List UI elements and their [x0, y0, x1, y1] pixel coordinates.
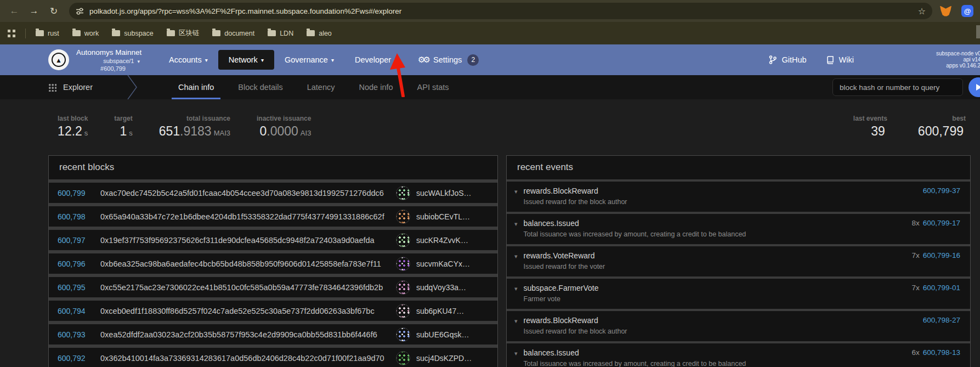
metamask-extension-icon[interactable]	[940, 6, 951, 16]
tab-bar: Explorer Chain info Block details Latenc…	[0, 75, 980, 99]
folder-icon	[268, 30, 276, 36]
address-bar[interactable]: polkadot.js.org/apps/?rpc=wss%3A%2F%2Frp…	[69, 3, 932, 19]
explorer-panels: recent blocks 600,799 0xac70edc7452b5c42…	[48, 155, 971, 367]
event-block-link[interactable]: 600,798-13	[923, 348, 960, 357]
autonomys-logo-mark: ▲	[52, 53, 66, 67]
scrollbar-thumb[interactable]	[976, 25, 980, 38]
bookmark-folder[interactable]: aleo	[307, 29, 332, 38]
nav-accounts[interactable]: Accounts▾	[158, 50, 218, 70]
identicon[interactable]	[396, 257, 410, 271]
block-number-link[interactable]: 600,799	[58, 189, 86, 197]
block-number-link[interactable]: 600,797	[58, 236, 86, 245]
apps-version: apps v0.146.2-1	[936, 63, 980, 69]
stat-value: 39	[853, 124, 887, 139]
tab-chain-info[interactable]: Chain info	[166, 75, 226, 99]
block-author-link[interactable]: sudqVoy33a…	[416, 283, 489, 292]
block-search	[832, 77, 980, 97]
explorer-grid-icon[interactable]	[48, 83, 56, 92]
bookmark-label: aleo	[319, 30, 332, 37]
recent-events-panel: recent events ▾ rewards.BlockReward Issu…	[506, 155, 971, 367]
expand-toggle-icon[interactable]: ▾	[514, 350, 518, 357]
block-search-input[interactable]	[832, 78, 963, 96]
event-description: Issued reward for the block author	[524, 198, 627, 206]
chevron-down-icon: ▾	[205, 57, 208, 63]
forward-icon[interactable]: →	[26, 3, 42, 19]
nav-governance[interactable]: Governance▾	[274, 50, 344, 70]
tab-latency[interactable]: Latency	[295, 75, 347, 99]
network-brand[interactable]: Autonomys Mainnet subspace/1▾ #600,799	[76, 48, 140, 72]
block-author-link[interactable]: sub6pKU47…	[416, 307, 489, 315]
bookmark-folder[interactable]: document	[212, 29, 254, 38]
stat-value: 12.2s	[58, 124, 88, 139]
bookmark-label: rust	[48, 30, 59, 37]
bookmark-folder[interactable]: 区块链	[167, 29, 200, 38]
identicon[interactable]	[396, 304, 410, 318]
block-hash: 0xea52dfdf2aa03023a2cf20b35b58757f953c4e…	[100, 330, 377, 339]
expand-toggle-icon[interactable]: ▾	[514, 285, 518, 292]
block-author-link[interactable]: sucj4DsKZPD…	[416, 354, 489, 363]
expand-toggle-icon[interactable]: ▾	[514, 253, 518, 260]
block-number-link[interactable]: 600,794	[58, 307, 86, 315]
table-row: 600,794 0xceb0edf1f18830ff86d5257f024c7a…	[49, 301, 497, 321]
chain-label: subspace/1▾	[76, 58, 140, 64]
tab-api-stats[interactable]: API stats	[405, 75, 461, 99]
bookmark-folder[interactable]: LDN	[268, 29, 293, 38]
block-author-link[interactable]: sucWALkfJoS…	[416, 189, 489, 197]
bookmark-folder[interactable]: rust	[36, 29, 59, 38]
block-hash: 0xb6ea325ac98ba6aedafec4bcb65bd48b858b95…	[100, 259, 381, 268]
github-link[interactable]: GitHub	[769, 55, 806, 64]
event-block-link[interactable]: 600,799-17	[923, 219, 960, 227]
version-info: subspace-node v0.1 api v14.3 apps v0.146…	[936, 50, 980, 69]
autonomys-logo[interactable]: ▲	[48, 49, 69, 70]
search-submit-button[interactable]	[968, 77, 980, 97]
wiki-link[interactable]: Wiki	[826, 55, 854, 64]
event-link-wrap: 8x600,799-17	[905, 219, 960, 227]
identicon[interactable]	[396, 351, 410, 365]
event-count: 7x	[911, 284, 919, 292]
block-author-link[interactable]: subUE6Gqsk…	[416, 330, 489, 339]
expand-toggle-icon[interactable]: ▾	[514, 221, 518, 228]
table-row: 600,795 0xc55e2175ac23e7306022ce41b8510c…	[49, 277, 497, 297]
api-version: api v14.3	[936, 57, 980, 63]
expand-toggle-icon[interactable]: ▾	[514, 318, 518, 325]
site-settings-icon[interactable]	[76, 7, 84, 15]
bookmark-folder[interactable]: subspace	[112, 29, 154, 38]
event-description: Farmer vote	[524, 295, 599, 303]
identicon[interactable]	[396, 210, 410, 224]
bookmark-folder[interactable]: work	[72, 29, 99, 38]
block-number-link[interactable]: 600,798	[58, 212, 86, 221]
block-hash: 0x65a940a33b47c72e1b6dbee4204db1f5335832…	[100, 212, 384, 221]
chain-stats: last block 12.2s target 1s total issuanc…	[0, 99, 980, 139]
block-number-link[interactable]: 600,793	[58, 330, 86, 339]
event-count: 7x	[911, 251, 919, 259]
nav-network[interactable]: Network▾	[218, 50, 274, 70]
back-icon[interactable]: ←	[7, 3, 22, 19]
block-author-link[interactable]: sucKR4ZvvK…	[416, 236, 489, 245]
block-number-link[interactable]: 600,792	[58, 354, 86, 363]
event-main: subspace.FarmerVote Farmer vote	[524, 284, 599, 303]
event-block-link[interactable]: 600,799-37	[923, 187, 960, 195]
tab-block-details[interactable]: Block details	[226, 75, 294, 99]
event-block-link[interactable]: 600,799-16	[923, 251, 960, 259]
expand-toggle-icon[interactable]: ▾	[514, 188, 518, 195]
block-number-link[interactable]: 600,795	[58, 283, 86, 292]
extension-icon[interactable]: @	[961, 5, 973, 17]
block-author-link[interactable]: sucvmKaCYx…	[416, 259, 489, 268]
list-item: ▾ balances.Issued Total issuance was inc…	[507, 212, 970, 244]
bookmark-star-icon[interactable]: ☆	[918, 6, 926, 16]
identicon[interactable]	[396, 280, 410, 295]
identicon[interactable]	[396, 328, 410, 342]
block-number-link[interactable]: 600,796	[58, 259, 86, 268]
event-block-link[interactable]: 600,799-01	[923, 284, 960, 292]
apps-grid-icon[interactable]	[8, 30, 15, 37]
block-author-link[interactable]: subiobCEvTL…	[416, 212, 489, 221]
event-count: 6x	[911, 348, 919, 357]
bookmark-label: document	[224, 30, 254, 37]
identicon[interactable]	[396, 186, 410, 200]
block-hash: 0x19ef37f753f95692375626cf311de90dcfea45…	[100, 236, 375, 245]
event-block-link[interactable]: 600,798-27	[923, 316, 960, 324]
nav-settings[interactable]: ⚙⚙ Settings 2	[407, 49, 489, 71]
event-type: subspace.FarmerVote	[524, 284, 599, 292]
identicon[interactable]	[396, 233, 410, 247]
reload-icon[interactable]: ↻	[46, 3, 61, 19]
